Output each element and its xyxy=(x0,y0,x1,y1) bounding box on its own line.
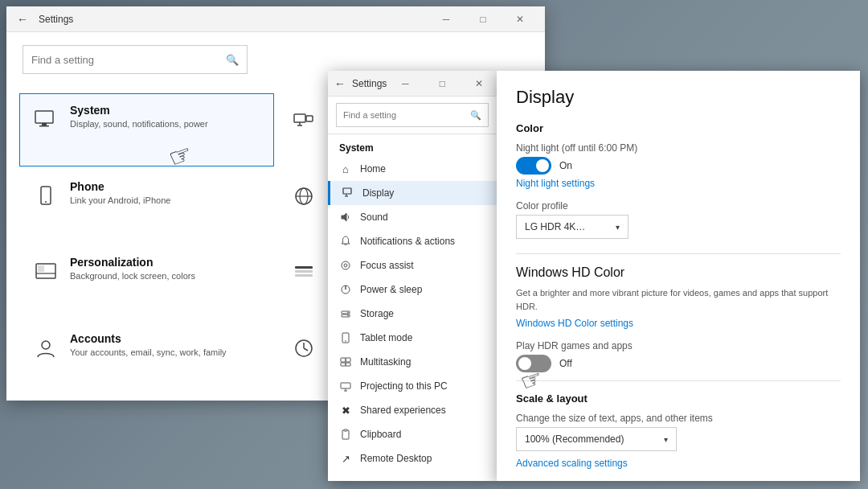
sidebar-item-power[interactable]: Power & sleep xyxy=(328,277,497,302)
phone-name: Phone xyxy=(70,180,262,193)
svg-rect-15 xyxy=(295,266,313,269)
projecting-icon xyxy=(339,380,352,392)
svg-point-8 xyxy=(45,201,47,203)
personalization-text: Personalization Background, lock screen,… xyxy=(70,256,262,282)
personalization-name: Personalization xyxy=(70,256,262,269)
sidebar-item-focus-assist[interactable]: Focus assist xyxy=(328,253,497,277)
svg-rect-2 xyxy=(39,125,49,127)
sidebar-search-input[interactable] xyxy=(343,110,470,120)
sidebar-nav: ⌂ Home Display Sound Notifications & act… xyxy=(328,157,497,481)
sidebar-item-display[interactable]: Display xyxy=(328,181,497,205)
night-light-settings-link[interactable]: Night light settings xyxy=(516,178,841,189)
time-icon xyxy=(289,334,318,363)
system-name: System xyxy=(70,104,262,117)
close-button-main[interactable]: ✕ xyxy=(502,6,538,32)
search-input-main[interactable] xyxy=(31,54,226,66)
apps-icon xyxy=(289,257,318,286)
maximize-button-sidebar[interactable]: □ xyxy=(424,71,461,97)
window-title-sidebar: Settings xyxy=(352,78,387,89)
svg-rect-1 xyxy=(42,123,47,125)
sidebar-item-remote-desktop[interactable]: ↗ Remote Desktop xyxy=(328,446,497,471)
color-profile-value: LG HDR 4K… xyxy=(525,221,585,232)
scale-value: 100% (Recommended) xyxy=(525,434,624,445)
svg-point-35 xyxy=(345,340,346,342)
display-resolution-label: Display resolution xyxy=(516,480,841,481)
home-icon: ⌂ xyxy=(339,162,352,175)
hdr-play-toggle[interactable] xyxy=(516,355,551,372)
advanced-scaling-link[interactable]: Advanced scaling settings xyxy=(516,458,841,469)
color-profile-select[interactable]: LG HDR 4K… ▾ xyxy=(516,215,628,239)
accounts-icon xyxy=(31,334,60,363)
hdr-description: Get a brighter and more vibrant picture … xyxy=(516,286,841,313)
svg-rect-0 xyxy=(35,111,53,123)
color-profile-label: Color profile xyxy=(516,200,841,212)
night-light-knob xyxy=(536,159,549,172)
close-button-sidebar[interactable]: ✕ xyxy=(461,71,497,97)
sidebar-item-shared-label: Shared experiences xyxy=(360,405,446,416)
sidebar-item-shared[interactable]: ✖ Shared experiences xyxy=(328,398,497,422)
sidebar-item-tablet[interactable]: Tablet mode xyxy=(328,326,497,350)
svg-point-18 xyxy=(42,341,50,349)
maximize-button-main[interactable]: □ xyxy=(465,6,502,32)
sidebar-item-home[interactable]: ⌂ Home xyxy=(328,157,497,181)
hdr-settings-link[interactable]: Windows HD Color settings xyxy=(516,318,841,329)
sidebar-search-container: 🔍 xyxy=(328,97,497,134)
phone-text: Phone Link your Android, iPhone xyxy=(70,180,262,207)
storage-icon xyxy=(339,307,352,320)
back-button-sidebar[interactable]: ← xyxy=(334,74,346,93)
sidebar-search-box[interactable]: 🔍 xyxy=(336,103,489,127)
minimize-button-main[interactable]: ─ xyxy=(428,6,465,32)
sidebar-item-tablet-label: Tablet mode xyxy=(360,332,412,343)
search-icon-main: 🔍 xyxy=(226,54,239,66)
color-section-heading: Color xyxy=(516,122,841,134)
svg-point-26 xyxy=(342,261,350,269)
svg-rect-36 xyxy=(341,358,346,362)
svg-rect-40 xyxy=(341,383,350,388)
sidebar-item-clipboard-label: Clipboard xyxy=(360,429,401,440)
window-controls-main: ─ □ ✕ xyxy=(428,6,538,32)
shared-icon: ✖ xyxy=(339,404,352,417)
svg-rect-14 xyxy=(38,265,44,272)
sidebar-item-clipboard[interactable]: Clipboard xyxy=(328,422,497,446)
sidebar-item-multitasking[interactable]: Multitasking xyxy=(328,350,497,374)
sidebar-settings-window: ← Settings ─ □ ✕ 🔍 System ⌂ Home Display xyxy=(328,71,497,481)
remote-desktop-icon: ↗ xyxy=(339,452,352,465)
back-button-main[interactable]: ← xyxy=(13,10,32,29)
devices-icon xyxy=(289,105,318,134)
sidebar-item-focus-assist-label: Focus assist xyxy=(360,260,414,271)
settings-item-personalization[interactable]: Personalization Background, lock screen,… xyxy=(19,245,274,318)
settings-item-accounts[interactable]: Accounts Your accounts, email, sync, wor… xyxy=(19,322,274,395)
minimize-button-sidebar[interactable]: ─ xyxy=(387,71,424,97)
sidebar-item-notifications[interactable]: Notifications & actions xyxy=(328,229,497,253)
scale-section-heading: Scale & layout xyxy=(516,392,841,405)
clipboard-icon xyxy=(339,428,352,441)
title-bar-sidebar: ← Settings ─ □ ✕ xyxy=(328,71,497,97)
sidebar-item-storage[interactable]: Storage xyxy=(328,302,497,326)
svg-rect-22 xyxy=(343,188,351,194)
search-bar-main[interactable]: 🔍 xyxy=(23,45,248,74)
scale-section-divider: Scale & layout Change the size of text, … xyxy=(516,380,841,481)
window-title-main: Settings xyxy=(39,14,428,25)
system-desc: Display, sound, notifications, power xyxy=(70,118,262,130)
notifications-icon xyxy=(339,235,352,248)
svg-rect-39 xyxy=(346,363,350,366)
sidebar-item-projecting-label: Projecting to this PC xyxy=(360,380,448,392)
svg-rect-3 xyxy=(294,114,305,122)
svg-point-33 xyxy=(347,315,349,317)
settings-item-phone[interactable]: Phone Link your Android, iPhone xyxy=(19,170,274,243)
watermark: LIGSTER xyxy=(816,471,860,481)
svg-rect-37 xyxy=(346,358,350,362)
settings-item-system[interactable]: System Display, sound, notifications, po… xyxy=(19,93,274,166)
sidebar-item-storage-label: Storage xyxy=(360,308,394,319)
tablet-icon xyxy=(339,331,352,344)
personalization-desc: Background, lock screen, colors xyxy=(70,270,262,282)
night-light-toggle[interactable] xyxy=(516,157,551,175)
accounts-text: Accounts Your accounts, email, sync, wor… xyxy=(70,332,262,359)
hdr-play-knob xyxy=(518,357,531,370)
sidebar-item-projecting[interactable]: Projecting to this PC xyxy=(328,374,497,398)
scale-select[interactable]: 100% (Recommended) ▾ xyxy=(516,427,677,451)
scale-chevron: ▾ xyxy=(664,435,668,444)
sidebar-item-sound[interactable]: Sound xyxy=(328,205,497,229)
multitasking-icon xyxy=(339,355,352,368)
svg-rect-44 xyxy=(344,429,347,431)
